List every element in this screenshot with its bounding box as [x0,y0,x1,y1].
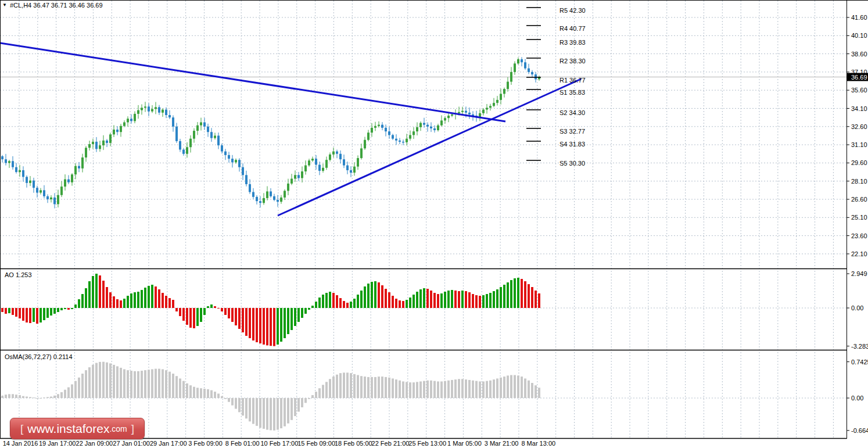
ao-bar [8,308,10,313]
ao-bar [493,291,495,308]
ao-bar [172,300,174,308]
candle [228,155,230,159]
osma-bar [224,398,227,399]
ao-bar [503,285,505,308]
candle [106,141,108,143]
osma-bar [500,378,502,398]
ao-bar [168,298,171,308]
osma-bar [378,377,380,398]
candle [162,110,164,113]
osma-bar [535,385,537,398]
candle [440,120,443,125]
ao-bar [392,296,394,308]
ao-bar [67,308,70,310]
candle [496,100,498,103]
candle [36,188,38,192]
ao-bar [385,289,387,308]
candle [402,142,404,143]
candle [155,107,157,109]
candle [172,117,174,127]
osma-bar [371,377,373,398]
osma-bar [172,374,174,398]
time-axis-label: 14 Jan 2016 [3,440,38,447]
ao-bar [447,291,450,308]
candle [64,180,66,187]
ao-bar [350,302,352,308]
candle-wick [170,110,170,119]
osma-bar [277,398,279,430]
osma-bar [284,398,286,427]
ao-bar [475,295,478,308]
ao-bar [151,285,153,308]
osma-bar [249,398,251,421]
candle [329,155,331,160]
ao-bar [148,286,150,308]
ao-bar [517,278,519,308]
osma-bar [203,389,206,398]
candle [507,82,509,89]
osma-bar [235,398,237,408]
ao-bar [92,276,94,308]
ao-bar [528,284,530,308]
time-axis-label: 18 Feb 05:00 [335,440,372,447]
candle [423,123,425,125]
osma-bar [67,388,70,398]
ao-value: 1.253 [16,271,32,278]
osma-bar [294,398,296,416]
osma-bar [332,377,335,398]
ao-bar [189,308,192,328]
ao-bar [430,291,432,308]
osma-bar [521,377,523,398]
ao-bar [186,308,188,325]
osma-bar [71,384,73,398]
osma-bar [231,398,234,406]
candle [437,126,439,130]
chevron-down-icon[interactable]: ▼ [2,1,7,9]
osma-bar [5,395,7,398]
osma-bar [297,398,300,412]
ao-bar [482,295,485,308]
ao-bar [496,289,498,308]
candle [74,166,77,175]
candle [196,126,199,131]
ao-bar [461,291,464,308]
candle [426,125,429,127]
ao-bar [102,281,105,308]
ao-bar [472,294,474,308]
candle [134,114,136,121]
osma-bar [528,381,530,398]
ao-bar [19,308,21,318]
candle-wick [107,139,107,147]
pivot-label: R1 36.77 [559,77,586,84]
ao-bar [440,293,443,308]
ao-bar [106,287,108,308]
candle [19,170,21,172]
price-axis-label: 25.10 [851,214,867,221]
time-axis-label: 1 Mar 05:00 [447,440,482,447]
ao-bar [245,308,248,336]
osma-bar [40,398,42,399]
ao-bar [235,308,237,325]
ao-bar [507,282,509,308]
ao-bar [301,308,303,318]
osma-bar [74,381,77,398]
candle [78,166,80,169]
osma-bar [409,382,411,398]
candle [521,59,523,62]
ao-bar [489,293,492,308]
candle [29,181,31,183]
osma-bar [350,373,352,398]
candle [371,128,373,132]
candle [287,184,289,191]
ao-bar [270,308,272,346]
osma-bar [182,381,185,398]
osma-bar [273,398,275,431]
candle [151,109,153,112]
ao-bar [53,308,56,314]
osma-axis-label: -0.6643 [851,427,868,434]
osma-bar [134,371,136,398]
candle [242,167,244,175]
candle [249,184,251,192]
osma-bar [99,362,101,398]
candle [273,196,275,200]
